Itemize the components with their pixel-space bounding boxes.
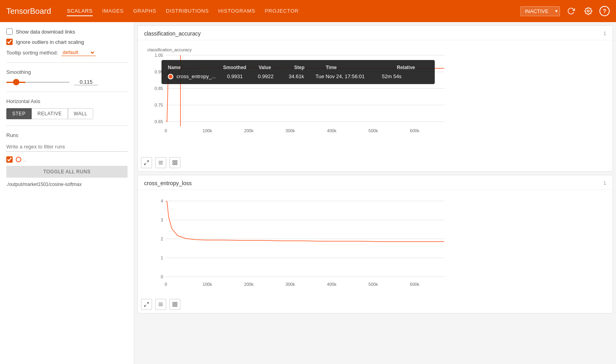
- tooltip-name: cross_entropy_...: [177, 73, 224, 79]
- tooltip-run-dot: [168, 74, 173, 79]
- chart-header-cross-entropy-loss: cross_entropy_loss 1: [138, 175, 612, 190]
- haxis-label: Horizontal Axis: [6, 98, 128, 104]
- expand-button-loss[interactable]: [141, 299, 152, 310]
- nav-projector[interactable]: PROJECTOR: [265, 6, 299, 16]
- sidebar: Show data download links Ignore outliers…: [0, 22, 134, 364]
- svg-rect-25: [173, 161, 175, 162]
- tooltip-sorting-select[interactable]: default ascending descending nearest: [61, 49, 96, 56]
- settings-button-acc[interactable]: [169, 157, 180, 168]
- nav-graphs[interactable]: GRAPHS: [133, 6, 156, 16]
- svg-rect-51: [173, 302, 175, 304]
- svg-rect-27: [173, 163, 175, 165]
- tooltip-sorting-row: Tooltip sorting method: default ascendin…: [6, 49, 128, 56]
- runs-filter-input[interactable]: [6, 142, 128, 152]
- chart-body-cross-entropy-loss: 4 3 2 1 0 0 100k 200k 300k 400k 500k: [138, 190, 612, 297]
- chart-count-cross-entropy-loss: 1: [603, 180, 606, 186]
- svg-text:400k: 400k: [327, 282, 336, 287]
- svg-line-46: [147, 302, 148, 304]
- tooltip-col-step: Step: [294, 65, 318, 70]
- chart-title-cross-entropy-loss: cross_entropy_loss: [144, 180, 192, 186]
- svg-text:300k: 300k: [285, 128, 295, 133]
- haxis-step-button[interactable]: STEP: [6, 108, 32, 119]
- smoothing-value-input[interactable]: 0.115: [74, 79, 98, 85]
- svg-text:1: 1: [161, 255, 163, 260]
- svg-text:300k: 300k: [285, 282, 295, 287]
- svg-line-21: [145, 163, 146, 165]
- svg-rect-53: [173, 305, 175, 306]
- ignore-outliers-checkbox[interactable]: [6, 39, 13, 45]
- chart-title-classification-accuracy: classification_accuracy: [144, 30, 201, 37]
- help-button[interactable]: ?: [599, 6, 610, 16]
- tooltip-relative: 52m 54s: [382, 73, 413, 79]
- runs-section: Runs . TOGGLE ALL RUNS ./output/market15…: [6, 126, 128, 187]
- tooltip-col-name: Name: [168, 65, 215, 70]
- chart-footer-cross-entropy-loss: [138, 297, 612, 313]
- right-controls: INACTIVE ACTIVE ▾ ?: [520, 5, 610, 17]
- tooltip-time: Tue Nov 24, 17:56:01: [316, 73, 379, 79]
- smoothing-slider[interactable]: [6, 82, 69, 83]
- show-download-links-checkbox[interactable]: [6, 28, 13, 35]
- expand-button-acc[interactable]: [141, 157, 152, 168]
- chart-footer-classification-accuracy: [138, 156, 612, 171]
- chart-svg-cross-entropy-loss: 4 3 2 1 0 0 100k 200k 300k 400k 500k: [144, 193, 452, 296]
- chart-count-classification-accuracy: 1: [603, 31, 606, 36]
- settings-button[interactable]: [582, 5, 595, 17]
- brand-logo: TensorBoard: [6, 7, 51, 16]
- run-path: ./output/market1501/cosine-softmax: [6, 182, 128, 187]
- run-checkbox[interactable]: [6, 156, 13, 163]
- svg-text:200k: 200k: [244, 282, 254, 287]
- main-layout: Show data download links Ignore outliers…: [0, 22, 616, 364]
- tooltip-col-smoothed: Smoothed: [223, 65, 251, 70]
- svg-text:500k: 500k: [368, 128, 378, 133]
- svg-line-20: [147, 161, 148, 162]
- svg-text:200k: 200k: [244, 128, 254, 133]
- svg-text:0: 0: [165, 282, 167, 287]
- list-button-loss[interactable]: [155, 299, 166, 310]
- svg-text:4: 4: [161, 199, 163, 203]
- svg-text:600k: 600k: [410, 282, 419, 287]
- nav-histograms[interactable]: HISTOGRAMS: [218, 6, 255, 16]
- svg-rect-52: [175, 302, 177, 304]
- chart-tooltip: Name Smoothed Value Step Time Relative c…: [162, 60, 435, 84]
- nav-distributions[interactable]: DISTRIBUTIONS: [166, 6, 209, 16]
- svg-text:0.65: 0.65: [155, 119, 163, 124]
- run-dot-label: .: [24, 157, 26, 163]
- ignore-outliers-label: Ignore outliers in chart scaling: [16, 39, 84, 45]
- tooltip-data-row: cross_entropy_... 0.9931 0.9922 34.61k T…: [168, 73, 428, 79]
- top-navigation: TensorBoard SCALARS IMAGES GRAPHS DISTRI…: [0, 0, 616, 22]
- svg-text:0: 0: [161, 274, 163, 279]
- haxis-relative-button[interactable]: RELATIVE: [32, 108, 68, 119]
- svg-text:0: 0: [165, 128, 167, 133]
- chart-card-cross-entropy-loss: cross_entropy_loss 1 4 3 2 1 0 0: [137, 175, 613, 313]
- svg-text:500k: 500k: [368, 282, 378, 287]
- smoothing-controls: 0.115: [6, 79, 128, 85]
- refresh-button[interactable]: [565, 5, 577, 17]
- tooltip-header: Name Smoothed Value Step Time Relative: [168, 65, 428, 70]
- settings-button-loss[interactable]: [169, 299, 180, 310]
- tooltip-col-relative: Relative: [397, 65, 428, 70]
- svg-text:1.05: 1.05: [155, 53, 163, 58]
- run-item: .: [6, 156, 128, 163]
- nav-images[interactable]: IMAGES: [102, 6, 124, 16]
- svg-text:0.85: 0.85: [155, 86, 163, 91]
- tooltip-sorting-label: Tooltip sorting method:: [6, 50, 58, 56]
- tooltip-step: 34.61k: [289, 73, 312, 79]
- runs-label: Runs: [6, 132, 128, 138]
- svg-text:400k: 400k: [327, 128, 336, 133]
- main-content: classification_accuracy 1 classification…: [134, 22, 616, 364]
- list-button-acc[interactable]: [155, 157, 166, 168]
- show-download-links-label: Show data download links: [16, 29, 75, 35]
- status-select[interactable]: INACTIVE ACTIVE: [520, 6, 560, 16]
- toggle-all-runs-button[interactable]: TOGGLE ALL RUNS: [6, 166, 128, 178]
- chart-y-title: classification_accuracy: [147, 47, 192, 52]
- svg-text:0.75: 0.75: [155, 103, 163, 107]
- smoothing-label: Smoothing: [6, 69, 128, 75]
- nav-scalars[interactable]: SCALARS: [67, 6, 92, 16]
- horizontal-axis-section: Horizontal Axis STEP RELATIVE WALL: [6, 92, 128, 119]
- display-options-section: Show data download links Ignore outliers…: [6, 28, 128, 56]
- svg-text:2: 2: [161, 236, 163, 241]
- tooltip-col-time: Time: [326, 65, 389, 70]
- svg-rect-26: [175, 161, 177, 162]
- svg-line-47: [145, 305, 146, 306]
- haxis-wall-button[interactable]: WALL: [68, 108, 94, 119]
